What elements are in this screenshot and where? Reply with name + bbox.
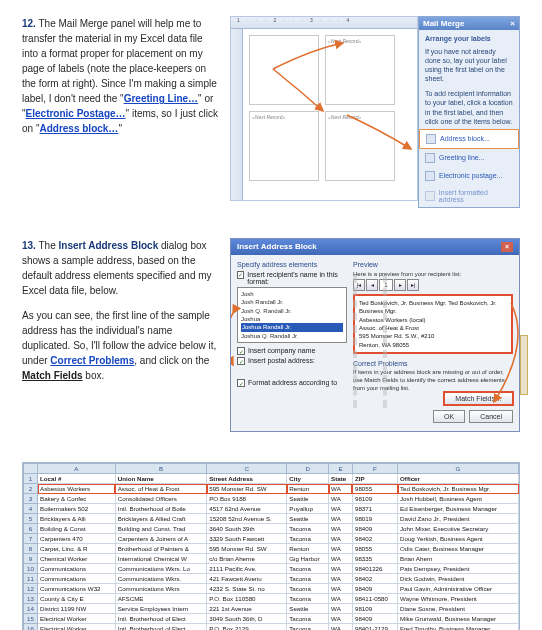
data-cell[interactable]: WA [329, 594, 353, 604]
data-cell[interactable]: Communications W32 [38, 584, 116, 594]
match-fields-link[interactable]: Match Fields [22, 370, 83, 381]
data-cell[interactable]: 98402 [352, 574, 397, 584]
electronic-postage-link[interactable]: Electronic Postage… [26, 108, 126, 119]
data-cell[interactable]: 15208 52nd Avenue S. [207, 514, 287, 524]
data-cell[interactable]: 4232 S. State St. no [207, 584, 287, 594]
data-cell[interactable]: John Mixer, Executive Secretary [398, 524, 519, 534]
sheet-table[interactable]: ABCDEFG1Local #Union NameStreet AddressC… [23, 463, 519, 630]
data-cell[interactable]: Communications Wkrs. Lo [115, 564, 207, 574]
row-header[interactable]: 3 [24, 494, 38, 504]
next-record-button[interactable]: ▸ [394, 279, 406, 291]
data-cell[interactable]: Tacoma [287, 594, 329, 604]
col-header-E[interactable]: E [329, 464, 353, 474]
header-cell[interactable]: Union Name [115, 474, 207, 484]
data-cell[interactable]: County & City E [38, 594, 116, 604]
data-cell[interactable]: Odis Cater, Business Manager [398, 544, 519, 554]
data-cell[interactable]: PO Box 9188 [207, 494, 287, 504]
prev-record-button[interactable]: ◂ [366, 279, 378, 291]
data-cell[interactable]: 98401-2129 [352, 624, 397, 630]
col-header-D[interactable]: D [287, 464, 329, 474]
header-cell[interactable]: Local # [38, 474, 116, 484]
header-cell[interactable]: Street Address [207, 474, 287, 484]
data-cell[interactable]: Intl. Brotherhood of Elect [115, 614, 207, 624]
data-cell[interactable]: 98411-0580 [352, 594, 397, 604]
data-cell[interactable]: Service Employees Intern [115, 604, 207, 614]
data-cell[interactable]: 221 1st Avenue [207, 604, 287, 614]
data-cell[interactable]: Fred Timothy, Business Manager [398, 624, 519, 630]
data-cell[interactable]: Carpenters 470 [38, 534, 116, 544]
row-header[interactable]: 7 [24, 534, 38, 544]
greeting-line-link[interactable]: Greeting Line… [124, 93, 198, 104]
data-cell[interactable]: 98019 [352, 514, 397, 524]
data-cell[interactable]: Consolidated Officers [115, 494, 207, 504]
data-cell[interactable]: 98109 [352, 604, 397, 614]
data-cell[interactable]: 98409 [352, 584, 397, 594]
row-header[interactable]: 5 [24, 514, 38, 524]
row-header[interactable]: 6 [24, 524, 38, 534]
data-cell[interactable]: WA [329, 544, 353, 554]
row-header[interactable]: 13 [24, 594, 38, 604]
data-cell[interactable]: WA [329, 584, 353, 594]
data-cell[interactable]: Paul Gavin, Administrative Officer [398, 584, 519, 594]
data-cell[interactable]: Tacoma [287, 614, 329, 624]
data-cell[interactable]: Tacoma [287, 584, 329, 594]
row-header[interactable]: 1 [24, 474, 38, 484]
data-cell[interactable]: 98055 [352, 544, 397, 554]
data-cell[interactable]: Bakery & Confec [38, 494, 116, 504]
data-cell[interactable]: P.O. Box 2129 [207, 624, 287, 630]
header-cell[interactable]: State [329, 474, 353, 484]
data-cell[interactable]: WA [329, 524, 353, 534]
data-cell[interactable]: 595 Monster Rd. SW [207, 544, 287, 554]
data-cell[interactable]: Tacoma [287, 574, 329, 584]
data-cell[interactable]: Assoc. of Heat & Frost [115, 484, 207, 494]
data-cell[interactable]: Bricklayers & Alli [38, 514, 116, 524]
data-cell[interactable]: Electrical Worker [38, 624, 116, 630]
data-cell[interactable]: Doug Yerkish, Business Agent [398, 534, 519, 544]
data-cell[interactable]: 2111 Pacific Ave. [207, 564, 287, 574]
data-cell[interactable]: WA [329, 504, 353, 514]
close-icon[interactable]: × [510, 19, 515, 28]
data-cell[interactable]: WA [329, 624, 353, 630]
row-header[interactable]: 8 [24, 544, 38, 554]
data-cell[interactable]: Carpet, Lino. & R [38, 544, 116, 554]
data-cell[interactable]: Boilermakers 502 [38, 504, 116, 514]
insert-formatted-address-option[interactable]: Insert formatted address [419, 185, 519, 207]
cancel-button[interactable]: Cancel [469, 410, 513, 423]
data-cell[interactable]: Pats Dempsey, President [398, 564, 519, 574]
postal-address-checkbox[interactable]: ✓ [237, 357, 245, 365]
header-cell[interactable]: Officer [398, 474, 519, 484]
data-cell[interactable]: 421 Fawcett Avenu [207, 574, 287, 584]
col-header-B[interactable]: B [115, 464, 207, 474]
data-cell[interactable]: 3640 South 39th [207, 524, 287, 534]
data-cell[interactable]: Communications Wkrs. [115, 574, 207, 584]
data-cell[interactable]: Gig Harbor [287, 554, 329, 564]
dialog-titlebar[interactable]: Insert Address Block × [231, 239, 519, 255]
data-cell[interactable]: WA [329, 514, 353, 524]
col-header-A[interactable]: A [38, 464, 116, 474]
data-cell[interactable]: David Zano Jr., President [398, 514, 519, 524]
data-cell[interactable]: Diane Sosne, President [398, 604, 519, 614]
data-cell[interactable]: WA [329, 574, 353, 584]
data-cell[interactable]: Communications Wkrs [115, 584, 207, 594]
data-cell[interactable]: Communications [38, 564, 116, 574]
row-header[interactable]: 12 [24, 584, 38, 594]
data-cell[interactable]: Brian Ahern [398, 554, 519, 564]
data-cell[interactable]: Mike Grunwald, Business Manager [398, 614, 519, 624]
col-header-F[interactable]: F [352, 464, 397, 474]
data-cell[interactable]: Seattle [287, 514, 329, 524]
match-fields-button[interactable]: Match Fields… [444, 392, 513, 405]
electronic-postage-option[interactable]: Electronic postage... [419, 167, 519, 185]
data-cell[interactable]: Renton [287, 484, 329, 494]
data-cell[interactable]: 4517 62nd Avenue [207, 504, 287, 514]
data-cell[interactable]: Seattle [287, 604, 329, 614]
data-cell[interactable]: 98402 [352, 534, 397, 544]
data-cell[interactable]: 3329 South Fawcett [207, 534, 287, 544]
greeting-line-option[interactable]: Greeting line... [419, 149, 519, 167]
data-cell[interactable]: Tacoma [287, 564, 329, 574]
data-cell[interactable]: Electrical Worker [38, 614, 116, 624]
data-cell[interactable]: Intl. Brotherhood of Boile [115, 504, 207, 514]
data-cell[interactable]: Building & Const [38, 524, 116, 534]
row-header[interactable]: 9 [24, 554, 38, 564]
data-cell[interactable]: Bricklayers & Allied Craft [115, 514, 207, 524]
data-cell[interactable]: 98335 [352, 554, 397, 564]
